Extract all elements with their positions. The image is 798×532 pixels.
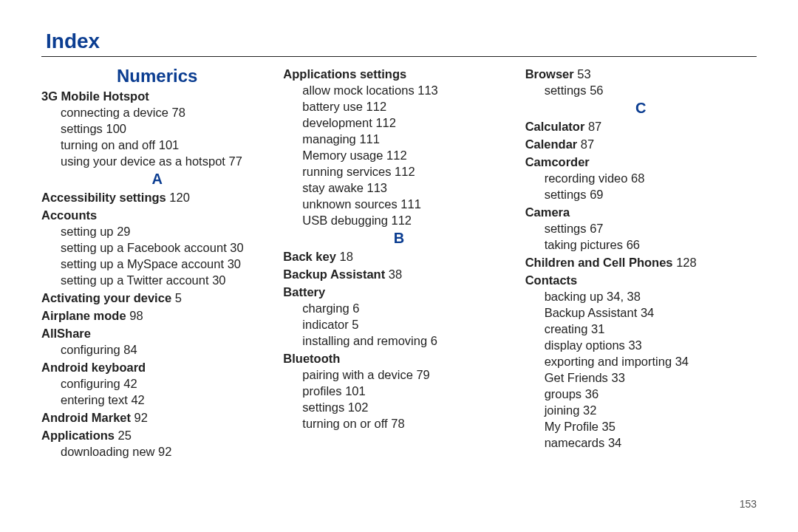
page-ref: 78: [171, 106, 185, 119]
page-ref: 111: [400, 197, 421, 211]
subentry-label: allow mock locations: [302, 83, 414, 97]
index-page: Index Numerics3G Mobile Hotspotconnectin…: [0, 0, 798, 532]
page-ref: 38: [389, 267, 402, 281]
page-ref: 66: [627, 238, 640, 251]
page-ref: 69: [590, 188, 603, 201]
index-subentry: installing and removing 6: [302, 332, 514, 349]
index-topic: Accounts: [41, 207, 273, 223]
topic-label: Calculator: [525, 120, 585, 133]
page-ref: 92: [158, 445, 171, 458]
page-ref: 34: [675, 355, 689, 368]
index-subentry: running services 112: [302, 163, 514, 180]
subentry-label: indicator: [302, 318, 348, 331]
page-ref: 5: [175, 291, 182, 304]
index-column: Numerics3G Mobile Hotspotconnecting a de…: [41, 64, 273, 460]
index-column: Browser 53settings 56CCalculator 87Calen…: [525, 64, 757, 460]
subentry-label: setting up a MySpace account: [61, 257, 224, 270]
index-subentry: settings 102: [302, 399, 514, 415]
subentry-label: recording video: [545, 171, 628, 185]
page-ref: 36: [585, 387, 598, 400]
subentry-label: namecards: [545, 436, 605, 449]
index-subentry: namecards 34: [545, 434, 757, 451]
page-ref: 67: [590, 222, 603, 235]
page-ref: 78: [391, 417, 404, 430]
index-subentry: setting up 29: [61, 223, 273, 239]
section-heading: Numerics: [41, 66, 273, 86]
topic-label: Bluetooth: [283, 352, 340, 365]
page-ref: 112: [375, 116, 396, 129]
page-ref: 30: [212, 273, 225, 287]
section-letter: C: [525, 100, 757, 117]
index-subentry: settings 100: [61, 120, 273, 137]
page-ref: 6: [352, 301, 359, 315]
subentry-label: charging: [302, 301, 349, 315]
subentry-label: settings: [545, 83, 587, 97]
subentry-label: turning on and off: [61, 138, 155, 151]
subentry-label: exporting and importing: [545, 355, 672, 368]
page-ref: 87: [581, 137, 594, 151]
page-ref: 35: [602, 420, 615, 433]
index-subentry: allow mock locations 113: [302, 82, 514, 98]
index-topic: Airplane mode 98: [41, 307, 273, 324]
page-ref: 128: [676, 256, 697, 269]
page-number: 153: [740, 498, 757, 510]
page-ref: 42: [123, 377, 137, 390]
index-subentry: configuring 42: [61, 375, 273, 392]
index-subentry: Get Friends 33: [545, 369, 757, 386]
topic-label: Camera: [525, 205, 570, 219]
subentry-label: display options: [545, 338, 625, 352]
subentry-label: setting up a Twitter account: [61, 273, 209, 287]
subentry-label: backing up: [545, 290, 604, 303]
index-subentry: groups 36: [545, 386, 757, 402]
index-columns: Numerics3G Mobile Hotspotconnecting a de…: [41, 64, 757, 460]
page-ref: 112: [386, 149, 407, 162]
index-subentry: settings 69: [545, 186, 757, 202]
subentry-label: settings: [61, 122, 103, 135]
subentry-label: connecting a device: [61, 106, 168, 119]
page-title: Index: [43, 30, 757, 53]
index-topic: Back key 18: [283, 248, 514, 265]
index-subentry: recording video 68: [545, 170, 757, 186]
page-ref: 79: [416, 368, 429, 381]
index-subentry: connecting a device 78: [61, 104, 273, 120]
index-subentry: backing up 34, 38: [545, 288, 757, 304]
subentry-label: battery use: [302, 100, 363, 113]
page-ref: 56: [590, 83, 603, 97]
section-letter: A: [41, 171, 273, 188]
page-ref: 33: [628, 338, 641, 352]
index-subentry: setting up a Twitter account 30: [61, 272, 273, 288]
index-topic: 3G Mobile Hotspot: [41, 88, 273, 104]
index-subentry: managing 111: [302, 131, 514, 147]
index-subentry: setting up a Facebook account 30: [61, 239, 273, 256]
subentry-label: USB debugging: [302, 214, 388, 227]
index-subentry: development 112: [302, 115, 514, 131]
page-ref: 30: [228, 257, 241, 270]
subentry-label: Backup Assistant: [545, 306, 638, 319]
page-ref: 84: [123, 343, 137, 356]
index-subentry: turning on or off 78: [302, 415, 514, 432]
page-ref: 6: [431, 334, 437, 347]
page-ref: 112: [366, 100, 387, 113]
page-ref: 101: [159, 138, 180, 151]
topic-label: Children and Cell Phones: [525, 256, 673, 269]
index-topic: Accessibility settings 120: [41, 189, 273, 205]
subentry-label: setting up a Facebook account: [61, 241, 227, 254]
subentry-label: settings: [302, 400, 344, 414]
page-ref: 34, 38: [607, 290, 641, 303]
page-ref: 102: [348, 400, 369, 414]
page-ref: 112: [392, 214, 412, 227]
index-topic: Browser 53: [525, 66, 757, 82]
index-topic: Android keyboard: [41, 359, 273, 375]
subentry-label: downloading new: [61, 445, 155, 458]
index-subentry: battery use 112: [302, 98, 514, 115]
page-ref: 101: [345, 384, 366, 398]
subentry-label: setting up: [61, 225, 114, 238]
subentry-label: profiles: [302, 384, 341, 398]
topic-label: Browser: [525, 67, 574, 81]
subentry-label: groups: [545, 387, 582, 400]
index-topic: Applications 25: [41, 427, 273, 443]
subentry-label: settings: [545, 188, 587, 201]
page-ref: 42: [131, 393, 144, 406]
index-subentry: My Profile 35: [545, 418, 757, 434]
topic-label: Camcorder: [525, 155, 590, 168]
